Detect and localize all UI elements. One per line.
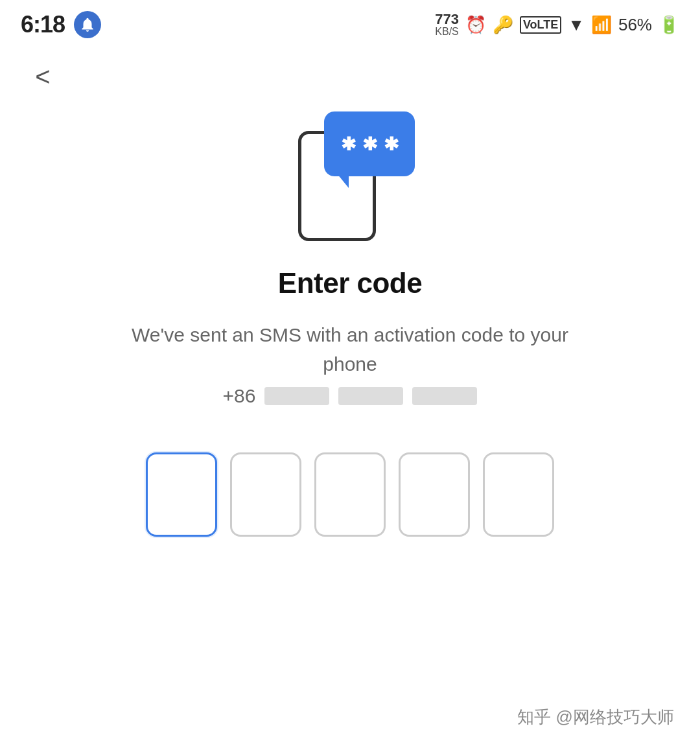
battery-icon: 🔋 bbox=[659, 15, 679, 35]
phone-number-row: +86 bbox=[223, 385, 478, 407]
star-2: ✱ bbox=[362, 134, 377, 155]
notification-icon bbox=[74, 11, 101, 38]
blurred-number-2 bbox=[338, 387, 403, 405]
back-arrow-icon: < bbox=[35, 64, 50, 89]
code-box-2[interactable] bbox=[230, 452, 301, 537]
watermark: 知乎 @网络技巧大师 bbox=[517, 706, 674, 729]
blurred-number-3 bbox=[412, 387, 477, 405]
code-box-5[interactable] bbox=[483, 452, 554, 537]
signal-icon: 📶 bbox=[591, 15, 612, 35]
status-right: 773 KB/S ⏰ 🔑 VoLTE ▼ 📶 56% 🔋 bbox=[435, 12, 679, 37]
code-box-4[interactable] bbox=[399, 452, 470, 537]
network-speed: 773 KB/S bbox=[435, 12, 459, 37]
star-3: ✱ bbox=[384, 134, 399, 155]
star-1: ✱ bbox=[341, 134, 356, 155]
main-content: ✱ ✱ ✱ Enter code We've sent an SMS with … bbox=[0, 47, 700, 537]
page-title: Enter code bbox=[278, 267, 422, 299]
status-time: 6:18 bbox=[21, 11, 65, 38]
code-input-group[interactable] bbox=[146, 452, 554, 537]
sms-illustration: ✱ ✱ ✱ bbox=[279, 99, 421, 241]
code-box-3[interactable] bbox=[314, 452, 386, 537]
alarm-icon: ⏰ bbox=[465, 15, 486, 35]
status-bar: 6:18 773 KB/S ⏰ 🔑 VoLTE ▼ 📶 56% 🔋 bbox=[0, 0, 700, 47]
back-button[interactable]: < bbox=[23, 57, 62, 96]
phone-prefix: +86 bbox=[223, 385, 256, 407]
wifi-icon: ▼ bbox=[568, 15, 585, 35]
volte-icon: VoLTE bbox=[520, 16, 561, 34]
page-description: We've sent an SMS with an activation cod… bbox=[97, 320, 603, 379]
battery-level: 56% bbox=[618, 15, 652, 35]
message-bubble: ✱ ✱ ✱ bbox=[324, 111, 415, 176]
key-icon: 🔑 bbox=[493, 15, 513, 35]
blurred-number-1 bbox=[264, 387, 329, 405]
status-left: 6:18 bbox=[21, 11, 101, 38]
code-box-1[interactable] bbox=[146, 452, 217, 537]
